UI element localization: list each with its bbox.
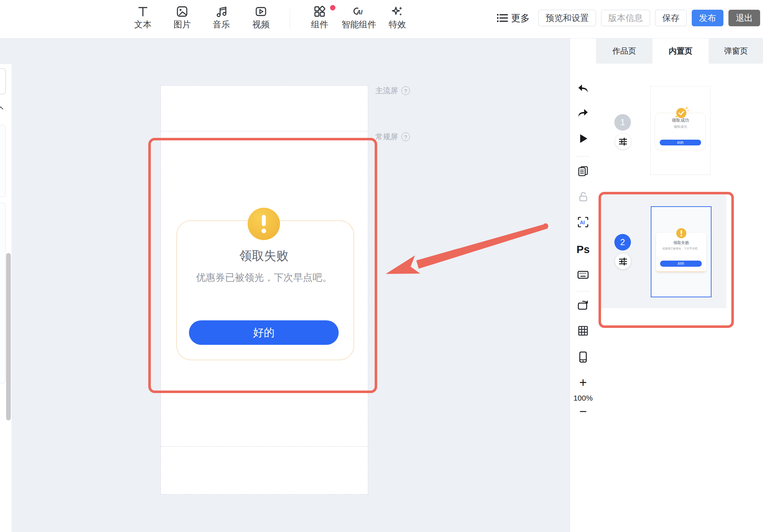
rotate-screen-button[interactable] <box>576 298 590 312</box>
tool-label: 特效 <box>374 19 421 30</box>
toolbar-divider <box>290 9 290 29</box>
undo-button[interactable] <box>576 82 590 96</box>
ai-frame-icon: AI <box>577 216 590 229</box>
thumb-subtitle: 领取成功 <box>651 125 710 129</box>
cutoff-panel-bottom <box>0 203 6 383</box>
pages-icon <box>577 165 589 177</box>
pages-copy-button[interactable] <box>576 164 590 178</box>
cutoff-panel-mid <box>0 125 6 197</box>
more-label: 更多 <box>511 12 530 24</box>
regular-screen-label: 常规屏 ? <box>375 132 410 142</box>
keyboard-button[interactable] <box>576 268 590 281</box>
mainstream-screen-divider <box>161 131 368 131</box>
top-toolbar: 文本 图片 音乐 视频 <box>0 0 763 39</box>
svg-text:AI: AI <box>356 9 363 15</box>
unlock-button[interactable] <box>576 190 590 204</box>
mainstream-screen-text: 主流屏 <box>375 86 398 96</box>
vertical-scrollbar[interactable] <box>6 253 11 420</box>
redo-button[interactable] <box>576 107 590 120</box>
tool-label: 视频 <box>238 19 284 30</box>
exit-button[interactable]: 退出 <box>728 10 760 26</box>
play-preview-button[interactable] <box>576 132 590 145</box>
page-1-number: 1 <box>614 114 631 131</box>
grid-button[interactable] <box>576 324 590 338</box>
keyboard-icon <box>577 268 590 281</box>
side-toolbar: AI Ps <box>570 38 596 532</box>
redo-icon <box>577 107 589 120</box>
editor-root: 主流屏 ? 常规屏 ? 领取失败 优惠券已被领光，下次早点吧。 好的 文本 <box>0 0 763 532</box>
image-icon <box>175 5 189 18</box>
left-sidebar-strip <box>0 38 12 532</box>
cutoff-panel-top <box>0 68 6 94</box>
phone-preview-button[interactable] <box>576 350 590 364</box>
page-1-thumbnail[interactable]: 领取成功 领取成功 好的 <box>650 86 710 175</box>
tab-popup-pages[interactable]: 弹窗页 <box>709 38 763 64</box>
unlock-icon <box>577 191 589 203</box>
tab-builtin-pages[interactable]: 内置页 <box>653 38 709 64</box>
side-toolbar-divider <box>577 156 590 157</box>
components-icon <box>313 5 326 18</box>
music-icon <box>215 5 228 18</box>
grid-icon <box>577 325 589 337</box>
chevron-icon <box>0 105 4 111</box>
sparkle-icon <box>390 5 404 18</box>
zoom-level[interactable]: 100% <box>570 394 596 402</box>
bottom-screen-divider <box>161 446 368 447</box>
version-info-button[interactable]: 版本信息 <box>601 10 650 26</box>
ps-tool-button[interactable]: Ps <box>570 243 596 256</box>
panel-tab-row: 作品页 内置页 弹窗页 <box>596 38 763 64</box>
thumb-ok-button: 好的 <box>660 140 701 145</box>
side-toolbar-divider <box>577 291 590 292</box>
help-icon[interactable]: ? <box>401 132 410 141</box>
toolbar-actions: 更多 预览和设置 版本信息 保存 发布 退出 <box>497 10 760 26</box>
question-glyph: ? <box>404 88 407 94</box>
text-icon <box>136 5 150 18</box>
page-1-settings-button[interactable] <box>615 134 631 149</box>
ai-text: AI <box>580 220 585 225</box>
annotation-red-box-canvas <box>148 138 377 393</box>
ai-cloud-icon: AI <box>352 5 366 18</box>
tool-effects[interactable]: 特效 <box>374 5 421 30</box>
new-badge-dot <box>330 5 335 10</box>
left-strip-notch <box>0 38 12 64</box>
help-icon[interactable]: ? <box>401 86 410 95</box>
tab-work-pages[interactable]: 作品页 <box>596 38 653 64</box>
undo-icon <box>577 83 589 95</box>
tool-video[interactable]: 视频 <box>238 5 284 30</box>
save-button[interactable]: 保存 <box>655 10 687 26</box>
question-glyph: ? <box>404 134 407 140</box>
play-icon <box>577 133 589 144</box>
video-icon <box>254 5 268 18</box>
phone-icon <box>577 351 590 364</box>
zoom-out-button[interactable]: − <box>570 405 596 418</box>
regular-screen-text: 常规屏 <box>375 132 398 142</box>
preview-settings-button[interactable]: 预览和设置 <box>538 10 596 26</box>
thumb-title: 领取成功 <box>651 117 710 123</box>
annotation-red-box-panel <box>599 192 734 328</box>
sliders-icon <box>618 137 628 146</box>
publish-button[interactable]: 发布 <box>692 10 723 26</box>
zoom-in-button[interactable]: + <box>570 376 596 389</box>
rotate-screen-icon <box>577 299 590 312</box>
mainstream-screen-label: 主流屏 ? <box>375 86 410 96</box>
more-button[interactable]: 更多 <box>497 12 530 24</box>
list-icon <box>497 13 508 23</box>
ai-tool-button[interactable]: AI <box>576 215 590 229</box>
